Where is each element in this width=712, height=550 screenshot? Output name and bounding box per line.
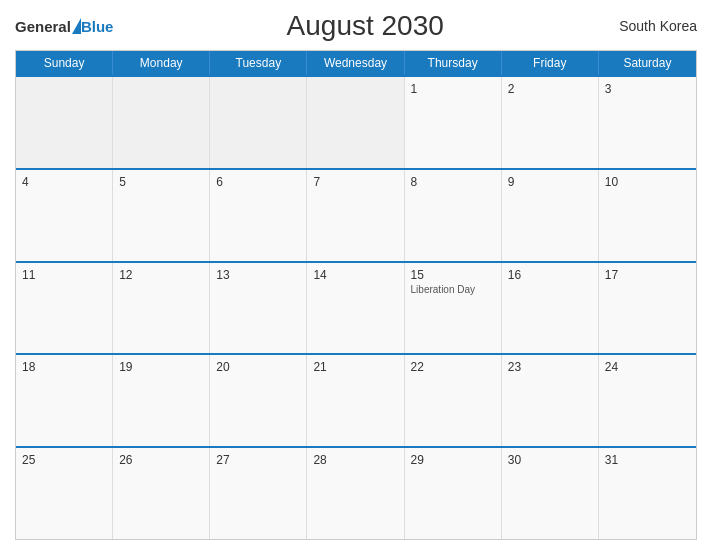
day-number: 7 — [313, 175, 397, 189]
day-cell: 15Liberation Day — [405, 263, 502, 354]
day-number: 9 — [508, 175, 592, 189]
logo-triangle-icon — [72, 18, 81, 34]
week-row-0: 123 — [16, 75, 696, 168]
day-number: 12 — [119, 268, 203, 282]
week-row-2: 1112131415Liberation Day1617 — [16, 261, 696, 354]
day-number: 11 — [22, 268, 106, 282]
day-header-monday: Monday — [113, 51, 210, 75]
day-number: 3 — [605, 82, 690, 96]
day-cell: 23 — [502, 355, 599, 446]
day-number: 10 — [605, 175, 690, 189]
event-label: Liberation Day — [411, 284, 495, 296]
day-cell: 25 — [16, 448, 113, 539]
day-cell — [210, 77, 307, 168]
day-number: 5 — [119, 175, 203, 189]
day-number: 20 — [216, 360, 300, 374]
day-number: 15 — [411, 268, 495, 282]
day-cell: 21 — [307, 355, 404, 446]
day-cell: 2 — [502, 77, 599, 168]
day-number: 25 — [22, 453, 106, 467]
day-number: 22 — [411, 360, 495, 374]
month-title: August 2030 — [113, 10, 617, 42]
day-cell: 12 — [113, 263, 210, 354]
day-number: 14 — [313, 268, 397, 282]
day-cell: 8 — [405, 170, 502, 261]
day-cell: 4 — [16, 170, 113, 261]
day-cell: 24 — [599, 355, 696, 446]
day-cell — [16, 77, 113, 168]
day-number: 16 — [508, 268, 592, 282]
country-label: South Korea — [617, 18, 697, 34]
day-cell: 10 — [599, 170, 696, 261]
day-number: 4 — [22, 175, 106, 189]
day-cell: 17 — [599, 263, 696, 354]
day-cell: 19 — [113, 355, 210, 446]
calendar-grid: SundayMondayTuesdayWednesdayThursdayFrid… — [15, 50, 697, 540]
day-number: 6 — [216, 175, 300, 189]
day-header-thursday: Thursday — [405, 51, 502, 75]
day-cell: 9 — [502, 170, 599, 261]
day-number: 18 — [22, 360, 106, 374]
day-number: 1 — [411, 82, 495, 96]
day-cell: 28 — [307, 448, 404, 539]
day-header-sunday: Sunday — [16, 51, 113, 75]
day-number: 23 — [508, 360, 592, 374]
day-number: 13 — [216, 268, 300, 282]
day-header-wednesday: Wednesday — [307, 51, 404, 75]
day-number: 28 — [313, 453, 397, 467]
week-row-1: 45678910 — [16, 168, 696, 261]
day-number: 17 — [605, 268, 690, 282]
day-cell: 29 — [405, 448, 502, 539]
day-cell: 13 — [210, 263, 307, 354]
day-cell — [113, 77, 210, 168]
day-cell: 11 — [16, 263, 113, 354]
day-cell: 5 — [113, 170, 210, 261]
day-number: 31 — [605, 453, 690, 467]
day-cell: 30 — [502, 448, 599, 539]
logo-blue-text: Blue — [81, 18, 114, 35]
day-number: 29 — [411, 453, 495, 467]
day-cell: 16 — [502, 263, 599, 354]
day-headers-row: SundayMondayTuesdayWednesdayThursdayFrid… — [16, 51, 696, 75]
day-number: 27 — [216, 453, 300, 467]
week-row-3: 18192021222324 — [16, 353, 696, 446]
header: General Blue August 2030 South Korea — [15, 10, 697, 42]
weeks-container: 123456789101112131415Liberation Day16171… — [16, 75, 696, 539]
day-header-saturday: Saturday — [599, 51, 696, 75]
logo: General Blue — [15, 18, 113, 35]
day-number: 21 — [313, 360, 397, 374]
day-number: 19 — [119, 360, 203, 374]
day-header-friday: Friday — [502, 51, 599, 75]
day-cell: 18 — [16, 355, 113, 446]
day-number: 30 — [508, 453, 592, 467]
day-header-tuesday: Tuesday — [210, 51, 307, 75]
day-cell: 6 — [210, 170, 307, 261]
day-cell: 1 — [405, 77, 502, 168]
day-number: 2 — [508, 82, 592, 96]
day-number: 26 — [119, 453, 203, 467]
day-cell: 20 — [210, 355, 307, 446]
logo-general-text: General — [15, 18, 71, 35]
day-cell: 27 — [210, 448, 307, 539]
week-row-4: 25262728293031 — [16, 446, 696, 539]
day-cell: 7 — [307, 170, 404, 261]
day-cell: 14 — [307, 263, 404, 354]
day-cell: 22 — [405, 355, 502, 446]
day-cell — [307, 77, 404, 168]
day-cell: 31 — [599, 448, 696, 539]
day-number: 8 — [411, 175, 495, 189]
day-cell: 26 — [113, 448, 210, 539]
day-number: 24 — [605, 360, 690, 374]
calendar-page: General Blue August 2030 South Korea Sun… — [0, 0, 712, 550]
day-cell: 3 — [599, 77, 696, 168]
